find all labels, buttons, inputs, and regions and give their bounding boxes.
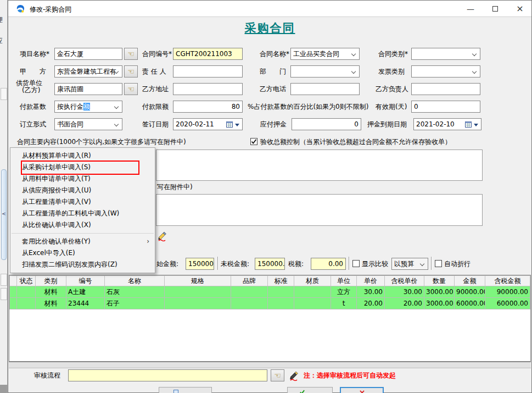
menu-item-import-excel[interactable]: 从Excel中导入(E)	[10, 247, 155, 259]
contract-type-select[interactable]	[411, 48, 480, 60]
auto-wrap-label: 自动折行	[444, 258, 471, 270]
contract-name-label: 合同名称*	[260, 48, 289, 60]
table-row[interactable]: 材料 A土建 石灰 立方 30.00 30.00 3000.00 90000.0…	[10, 286, 530, 298]
project-picker-button[interactable]: ☜	[124, 48, 138, 60]
col-header[interactable]: 规格	[165, 276, 231, 286]
row-selector-cell[interactable]	[10, 286, 17, 298]
close-button[interactable]: ×	[511, 2, 529, 16]
form-type-label: 订立形式	[20, 118, 46, 130]
supplement-content-textarea[interactable]	[156, 194, 483, 226]
cancel-button[interactable]	[340, 387, 384, 393]
menu-item-scan-invoice-qr[interactable]: 扫描发票二维码识别发票内容(Z)	[10, 259, 155, 270]
col-header[interactable]: 含税金额	[485, 276, 530, 286]
tax-label: 税额:	[288, 258, 304, 270]
menu-item-import-material-budget[interactable]: 从材料预算单中调入(R)	[10, 150, 155, 162]
party-b-manager-input[interactable]	[411, 83, 480, 95]
menu-item-import-supplier-quote[interactable]: 从供应商报价中调入(U)	[10, 185, 155, 196]
menu-item-import-boq[interactable]: 从工程量清单中调入(V)	[10, 196, 155, 208]
title-bar[interactable]: 修改-采购合同 — ×	[8, 1, 531, 17]
table-row[interactable]: 材料 23444 石子 t 20.00 20.00 3000.00 60000.…	[10, 298, 530, 309]
save-button[interactable]	[287, 387, 333, 393]
menu-item-apply-price-confirm[interactable]: 套用比价确认单价格(Y)›	[10, 236, 155, 247]
items-grid[interactable]: 状态 类别 编号 名称 规格 品牌 标准 材质 单位 单价 含税单价 数量 金额…	[9, 275, 531, 362]
form-type-select[interactable]: 书面合同	[54, 118, 122, 130]
col-header[interactable]: 编号	[66, 276, 105, 286]
panel-collapse-handle[interactable]: <	[1, 169, 7, 260]
review-flow-input[interactable]	[68, 369, 267, 381]
col-header[interactable]: 标准	[268, 276, 294, 286]
col-header[interactable]: 名称	[105, 276, 165, 286]
col-header[interactable]: 数量	[424, 276, 455, 286]
party-a-picker-button[interactable]: ☜	[124, 65, 138, 78]
bottom-button-1[interactable]	[159, 387, 212, 393]
contract-name-select[interactable]: 工业品买卖合同	[290, 48, 360, 60]
edit-pencil-icon[interactable]	[156, 230, 167, 241]
menu-item-import-price-confirm[interactable]: 从比价确认单中调入(X)	[10, 219, 155, 231]
supplier-picker-button[interactable]: ☜	[124, 83, 138, 95]
import-context-menu: 从材料预算单中调入(R) 从采购计划单中调入(S) 从用料申请单中调入(T) 从…	[10, 147, 155, 273]
sign-date-picker[interactable]: 2020-02-11	[173, 118, 243, 130]
show-compare-checkbox[interactable]	[352, 260, 360, 267]
project-label: 项目名称*	[20, 48, 49, 60]
col-header[interactable]: 材质	[294, 276, 331, 286]
selected-text: 额	[83, 103, 90, 110]
payment-base-select[interactable]: 按执行金额	[54, 101, 122, 113]
auto-wrap-checkbox[interactable]	[435, 260, 442, 267]
party-a-select[interactable]: 东营金磐建筑工程有	[54, 65, 122, 78]
col-header[interactable]: 单位	[331, 276, 357, 286]
untaxed-amount-input[interactable]: 150000.00	[255, 258, 285, 270]
chevron-down-icon	[114, 104, 119, 109]
supplier-input[interactable]: 康讯苗圃	[54, 83, 122, 95]
contract-no-input[interactable]: CGHT200211003	[173, 48, 243, 60]
deposit-due-label: 押金到期日期	[367, 118, 407, 130]
party-b-phone-input[interactable]	[290, 83, 360, 95]
original-amount-input[interactable]: 150000.00	[186, 258, 214, 270]
col-header[interactable]: 单价	[357, 276, 385, 286]
tax-input[interactable]: 0.00	[311, 258, 346, 270]
col-header[interactable]: 状态	[17, 276, 36, 286]
review-flow-picker-button[interactable]: ☜	[271, 369, 284, 381]
invoice-type-select[interactable]	[411, 65, 480, 78]
grid-bottom-strip	[9, 362, 531, 368]
col-header[interactable]: 类别	[36, 276, 66, 286]
menu-item-import-boq-labor[interactable]: 从工程量清单的工料机中调入(W)	[10, 208, 155, 219]
original-amount-label: 始金额:	[156, 258, 178, 270]
compare-mode-select[interactable]: 以预算	[391, 258, 428, 270]
project-input[interactable]: 金石大厦	[54, 48, 122, 60]
background-statusbar-stub	[0, 385, 8, 393]
manager-input[interactable]	[173, 65, 243, 78]
menu-item-import-purchase-plan[interactable]: 从采购计划单中调入(S)	[10, 162, 155, 173]
calendar-icon	[465, 121, 472, 128]
col-header[interactable]: 品牌	[231, 276, 268, 286]
window-title: 修改-采购合同	[30, 5, 71, 14]
acceptance-control-checkbox[interactable]	[250, 138, 257, 145]
deposit-due-picker[interactable]: 2021-02-10	[413, 118, 481, 130]
background-text-fragment: 理	[0, 15, 3, 25]
percent-note: %占付款基数的百分比(如果为0则不限制)	[248, 101, 368, 113]
contract-no-label: 合同编号*	[142, 48, 172, 60]
main-content-textarea[interactable]	[156, 150, 483, 181]
col-header[interactable]: 金额	[455, 276, 485, 286]
background-panel-stub	[1, 288, 7, 300]
toolbar-separator	[217, 257, 219, 270]
row-selector-cell[interactable]	[10, 298, 17, 309]
edit-pencil-icon[interactable]	[288, 370, 299, 381]
manager-label: 责 任 人	[142, 65, 166, 78]
payment-base-label: 付款基数	[20, 101, 46, 113]
deposit-input[interactable]: 0	[292, 118, 361, 130]
minimize-button[interactable]: —	[461, 2, 480, 16]
valid-days-input[interactable]: 0	[411, 101, 480, 113]
check-icon	[251, 139, 257, 145]
review-flow-note: 注：选择审核流程后可自动发起	[304, 369, 396, 381]
col-header[interactable]: 含税单价	[385, 276, 424, 286]
contract-type-label: 合同类别*	[378, 48, 408, 60]
party-b-address-input[interactable]	[173, 83, 243, 95]
hand-pointer-icon: ☜	[127, 49, 135, 58]
payment-limit-input[interactable]: 80	[173, 101, 243, 113]
dropdown-triangle-icon	[474, 124, 478, 126]
maximize-button[interactable]	[486, 2, 505, 16]
department-select[interactable]	[290, 65, 360, 78]
valid-days-label: 有效期(天)	[376, 101, 407, 113]
menu-item-import-material-request[interactable]: 从用料申请单中调入(T)	[10, 173, 155, 185]
background-app-strip: 理 应 <	[0, 0, 8, 393]
